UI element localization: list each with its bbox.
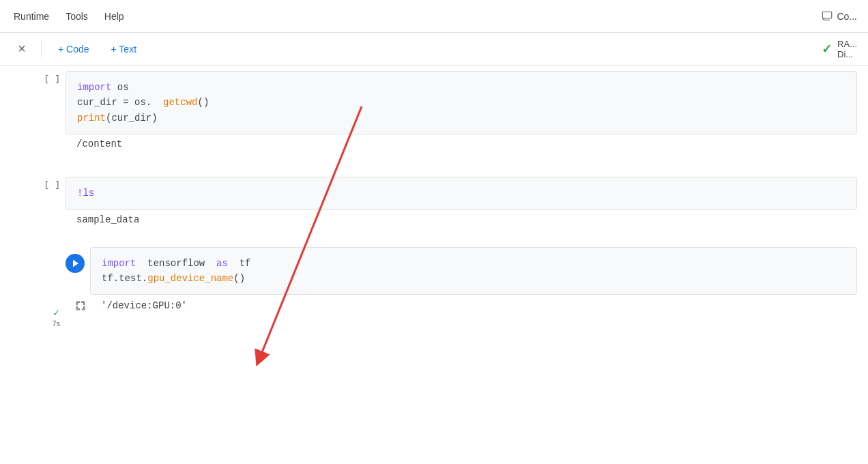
close-icon: × <box>18 41 26 57</box>
cell-1-output-text: /content <box>76 139 122 149</box>
cell-3-wrapper: ✓ 7s import tensorflow as tf tf.test.gpu… <box>0 242 868 328</box>
cell-3-code-row: import tensorflow as tf tf.test.gpu_devi… <box>66 247 857 295</box>
output-expand-icon <box>75 300 86 311</box>
cell-1-output-row: /content <box>0 134 868 160</box>
menu-help[interactable]: Help <box>96 7 132 26</box>
cell-3-output-text: '/device:GPU:0' <box>101 300 187 311</box>
add-code-label: + Code <box>58 44 89 55</box>
play-icon <box>71 259 81 268</box>
cell-2-output-gutter <box>0 210 66 214</box>
cell-1-output-gutter <box>0 134 66 139</box>
cell-3-output-row: '/device:GPU:0' <box>66 298 857 322</box>
spacer-1 <box>0 160 868 171</box>
cell-2-code[interactable]: !ls <box>66 177 857 209</box>
cell-1-wrapper: [ ] import os cur_dir = os. getcwd() pri… <box>0 66 868 134</box>
add-text-label: + Text <box>111 44 137 55</box>
comment-icon <box>820 10 834 23</box>
cell-3-gutter: ✓ 7s <box>0 242 66 328</box>
cell-2-wrapper: [ ] !ls <box>0 171 868 209</box>
menu-tools[interactable]: Tools <box>57 7 96 26</box>
connected-checkmark: ✓ <box>822 42 832 57</box>
cell-2-output-row: sample_data <box>0 210 868 236</box>
add-code-button[interactable]: + Code <box>50 40 98 59</box>
cell-3-output-icon-wrapper <box>66 298 96 311</box>
notebook-content: [ ] import os cur_dir = os. getcwd() pri… <box>0 66 868 464</box>
toolbar-right: ✓ RA...Di... <box>822 39 857 59</box>
menu-runtime[interactable]: Runtime <box>5 7 57 26</box>
cell-2-output: sample_data <box>66 210 857 231</box>
menu-bar: Runtime Tools Help Co... <box>0 0 868 33</box>
cell-1-output: /content <box>66 134 857 155</box>
svg-marker-1 <box>73 259 78 267</box>
cell-1-code[interactable]: import os cur_dir = os. getcwd() print(c… <box>66 71 857 134</box>
ram-disk-label: RA...Di... <box>837 39 857 59</box>
menu-bar-right: Co... <box>820 10 857 23</box>
comment-section: Co... <box>820 10 857 23</box>
toolbar: × + Code + Text ✓ RA...Di... <box>0 33 868 66</box>
close-button[interactable]: × <box>11 38 33 60</box>
cell-2-bracket: [ ] <box>44 179 60 190</box>
cell-1-bracket: [ ] <box>44 74 60 84</box>
cell-3-time: 7s <box>52 319 60 328</box>
spacer-2 <box>0 236 868 242</box>
cell-3-code-text: import tensorflow as tf tf.test.gpu_devi… <box>102 256 845 287</box>
add-text-button[interactable]: + Text <box>103 40 145 59</box>
cell-2-output-text: sample_data <box>76 214 139 225</box>
cell-1-code-text: import os cur_dir = os. getcwd() print(c… <box>77 80 845 126</box>
comment-label: Co... <box>837 11 857 22</box>
cell-1-gutter: [ ] <box>0 66 66 134</box>
run-button-cell3[interactable] <box>66 254 85 273</box>
cell-2-code-text: !ls <box>77 186 845 201</box>
toolbar-divider <box>41 41 42 57</box>
cell-3-output: '/device:GPU:0' <box>96 298 846 317</box>
cell-3-code[interactable]: import tensorflow as tf tf.test.gpu_devi… <box>90 247 857 295</box>
svg-rect-0 <box>823 12 833 18</box>
cell-2-gutter: [ ] <box>0 171 66 209</box>
cell-3-status: ✓ <box>53 308 60 318</box>
